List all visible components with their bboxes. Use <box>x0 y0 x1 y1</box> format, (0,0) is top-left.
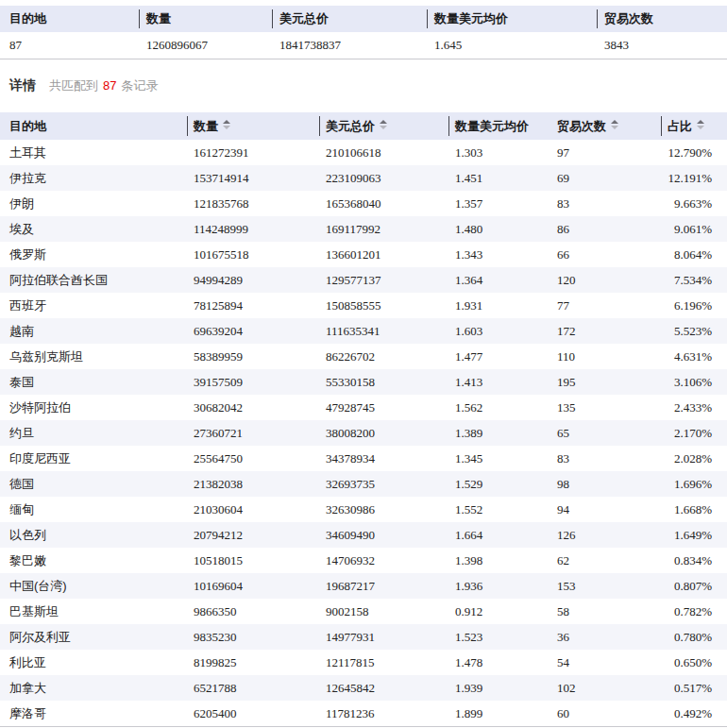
col-header-quantity[interactable]: 数量 <box>187 112 319 140</box>
cell-share: 1.668% <box>661 497 727 522</box>
cell-quantity: 101675518 <box>187 242 319 267</box>
cell-share: 0.780% <box>661 624 727 650</box>
cell-share: 2.170% <box>661 420 727 446</box>
cell-avg-price: 1.357 <box>448 191 550 216</box>
table-row: 德国21382038326937351.529981.696% <box>0 471 727 497</box>
cell-quantity: 6205400 <box>187 701 319 727</box>
detail-table-body: 土耳其1612723912101066181.3039712.790%伊拉克15… <box>0 140 727 727</box>
cell-trade-count: 195 <box>550 369 661 395</box>
cell-destination: 沙特阿拉伯 <box>0 395 187 420</box>
cell-avg-price: 1.343 <box>448 242 550 267</box>
cell-destination: 土耳其 <box>0 140 187 165</box>
table-row: 摩洛哥6205400117812361.899600.492% <box>0 701 727 727</box>
cell-destination: 俄罗斯 <box>0 242 187 267</box>
cell-avg-price: 1.364 <box>448 267 550 293</box>
detail-bar: 详情共匹配到87条记录 <box>9 76 727 93</box>
cell-quantity: 9835230 <box>187 624 319 650</box>
detail-section: 目的地数量美元总价数量美元均价贸易次数占比 土耳其161272391210106… <box>0 112 727 727</box>
cell-trade-count: 153 <box>550 573 661 599</box>
cell-usd-total: 136601201 <box>319 242 448 267</box>
cell-usd-total: 32693735 <box>319 471 448 497</box>
cell-quantity: 6521788 <box>187 675 319 701</box>
table-row: 埃及1142489991691179921.480869.061% <box>0 216 727 242</box>
cell-avg-price: 1.389 <box>448 420 550 446</box>
match-suffix: 条记录 <box>121 78 158 93</box>
col-header-trade-count[interactable]: 贸易次数 <box>550 112 661 140</box>
sort-icon[interactable] <box>611 120 618 129</box>
cell-destination: 泰国 <box>0 369 187 395</box>
cell-share: 0.834% <box>661 548 727 573</box>
cell-usd-total: 150858555 <box>319 293 448 318</box>
col-header-label: 占比 <box>668 119 692 133</box>
cell-trade-count: 58 <box>550 599 661 624</box>
cell-quantity: 10518015 <box>187 548 319 573</box>
cell-usd-total: 9002158 <box>319 599 448 624</box>
table-row: 俄罗斯1016755181366012011.343668.064% <box>0 242 727 267</box>
cell-usd-total: 12117815 <box>319 650 448 675</box>
cell-quantity: 10169604 <box>187 573 319 599</box>
cell-usd-total: 111635341 <box>319 318 448 344</box>
cell-quantity: 25564750 <box>187 446 319 471</box>
col-header-share[interactable]: 占比 <box>661 112 727 140</box>
cell-usd-total: 210106618 <box>319 140 448 165</box>
table-row: 中国(台湾)10169604196872171.9361530.807% <box>0 573 727 599</box>
cell-trade-count: 66 <box>550 242 661 267</box>
col-header-avg-price: 数量美元均价 <box>448 112 550 140</box>
cell-avg-price: 1.552 <box>448 497 550 522</box>
cell-trade-count: 62 <box>550 548 661 573</box>
sort-icon[interactable] <box>380 120 387 129</box>
cell-usd-total: 19687217 <box>319 573 448 599</box>
cell-share: 7.534% <box>661 267 727 293</box>
col-header-label: 贸易次数 <box>557 119 606 133</box>
cell-avg-price: 1.398 <box>448 548 550 573</box>
cell-share: 12.790% <box>661 140 727 165</box>
cell-trade-count: 135 <box>550 395 661 420</box>
cell-destination: 黎巴嫩 <box>0 548 187 573</box>
cell-trade-count: 110 <box>550 344 661 369</box>
cell-share: 1.649% <box>661 522 727 548</box>
cell-share: 9.061% <box>661 216 727 242</box>
match-count: 87 <box>103 78 116 93</box>
cell-destination: 阿尔及利亚 <box>0 624 187 650</box>
col-header-usd-total[interactable]: 美元总价 <box>319 112 448 140</box>
cell-avg-price: 1.345 <box>448 446 550 471</box>
cell-destination: 伊拉克 <box>0 165 187 191</box>
cell-trade-count: 102 <box>550 675 661 701</box>
cell-quantity: 161272391 <box>187 140 319 165</box>
summary-col-header-destination: 目的地 <box>0 6 139 32</box>
cell-share: 0.782% <box>661 599 727 624</box>
sort-icon[interactable] <box>697 120 704 129</box>
cell-usd-total: 14977931 <box>319 624 448 650</box>
cell-destination: 德国 <box>0 471 187 497</box>
summary-cell-quantity: 1260896067 <box>139 32 272 59</box>
cell-share: 5.523% <box>661 318 727 344</box>
cell-usd-total: 11781236 <box>319 701 448 727</box>
cell-trade-count: 60 <box>550 701 661 727</box>
detail-table: 目的地数量美元总价数量美元均价贸易次数占比 土耳其161272391210106… <box>0 112 727 727</box>
summary-col-header-trade-count: 贸易次数 <box>597 6 727 32</box>
table-row: 以色列20794212346094901.6641261.649% <box>0 522 727 548</box>
cell-destination: 缅甸 <box>0 497 187 522</box>
cell-trade-count: 54 <box>550 650 661 675</box>
cell-share: 6.196% <box>661 293 727 318</box>
cell-quantity: 58389959 <box>187 344 319 369</box>
cell-usd-total: 32630986 <box>319 497 448 522</box>
cell-avg-price: 1.899 <box>448 701 550 727</box>
cell-avg-price: 1.303 <box>448 140 550 165</box>
cell-trade-count: 94 <box>550 497 661 522</box>
cell-destination: 加拿大 <box>0 675 187 701</box>
table-row: 土耳其1612723912101066181.3039712.790% <box>0 140 727 165</box>
cell-quantity: 30682042 <box>187 395 319 420</box>
cell-avg-price: 1.523 <box>448 624 550 650</box>
cell-avg-price: 1.936 <box>448 573 550 599</box>
sort-icon[interactable] <box>223 120 230 129</box>
cell-avg-price: 1.477 <box>448 344 550 369</box>
cell-quantity: 9866350 <box>187 599 319 624</box>
cell-destination: 乌兹别克斯坦 <box>0 344 187 369</box>
cell-share: 0.517% <box>661 675 727 701</box>
cell-trade-count: 86 <box>550 216 661 242</box>
cell-quantity: 21382038 <box>187 471 319 497</box>
cell-trade-count: 65 <box>550 420 661 446</box>
cell-quantity: 8199825 <box>187 650 319 675</box>
table-row: 沙特阿拉伯30682042479287451.5621352.433% <box>0 395 727 420</box>
